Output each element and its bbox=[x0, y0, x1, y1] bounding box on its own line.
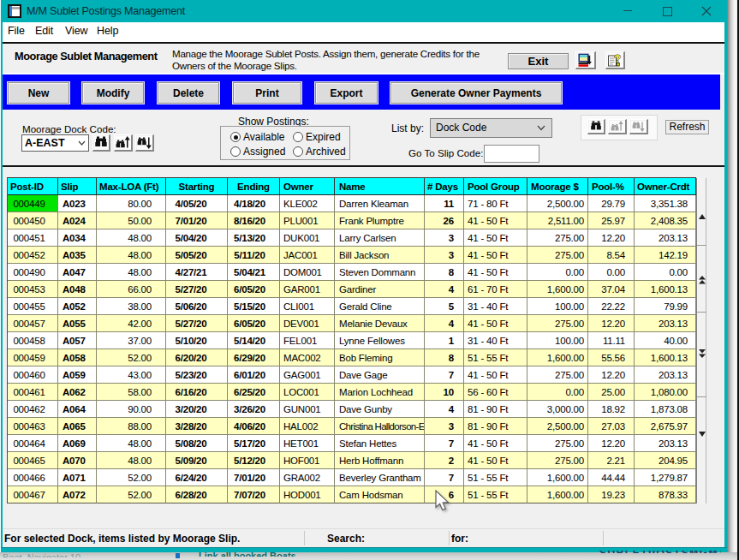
svg-text:?: ? bbox=[614, 53, 621, 65]
